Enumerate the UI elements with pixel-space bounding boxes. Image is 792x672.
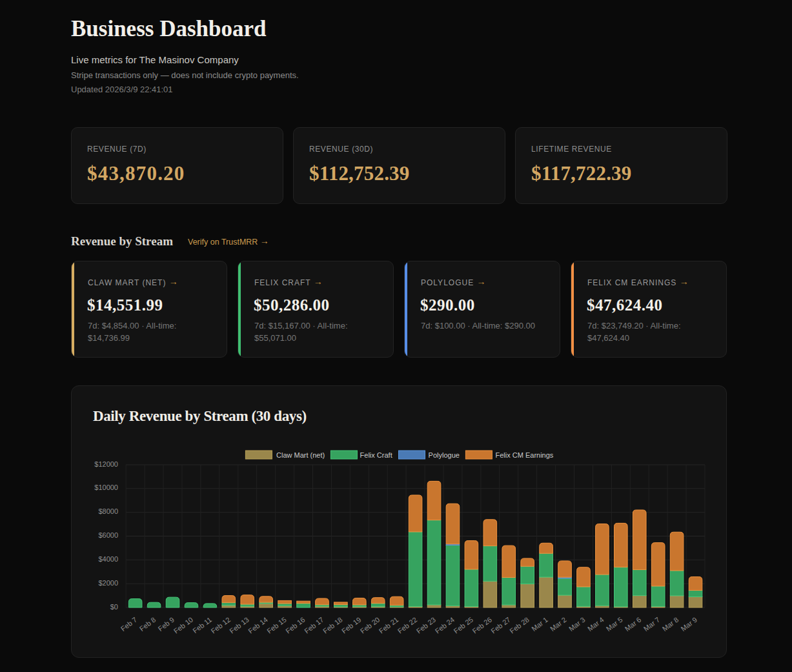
svg-text:Mar 3: Mar 3 [567, 616, 587, 633]
svg-text:$0: $0 [110, 603, 118, 611]
svg-text:$4000: $4000 [98, 555, 118, 563]
svg-text:Feb 7: Feb 7 [119, 616, 139, 633]
svg-text:Feb 18: Feb 18 [321, 616, 344, 635]
svg-text:Feb 12: Feb 12 [209, 616, 232, 635]
svg-text:Felix Craft: Felix Craft [360, 451, 392, 459]
svg-text:$2000: $2000 [98, 579, 118, 587]
svg-text:Feb 28: Feb 28 [508, 616, 531, 635]
svg-text:Mar 9: Mar 9 [680, 616, 699, 633]
svg-text:Mar 2: Mar 2 [549, 616, 568, 633]
svg-text:Feb 17: Feb 17 [303, 616, 325, 635]
svg-text:Feb 25: Feb 25 [452, 616, 475, 635]
svg-text:Feb 20: Feb 20 [359, 616, 381, 635]
svg-text:Felix CM Earnings: Felix CM Earnings [496, 451, 554, 459]
svg-text:$10000: $10000 [94, 484, 118, 491]
svg-text:Feb 26: Feb 26 [471, 616, 493, 635]
svg-text:Polylogue: Polylogue [429, 451, 460, 459]
svg-text:Mar 6: Mar 6 [624, 616, 643, 633]
svg-text:Feb 27: Feb 27 [489, 616, 512, 635]
svg-text:Feb 24: Feb 24 [434, 616, 456, 635]
svg-text:Mar 7: Mar 7 [642, 616, 662, 633]
svg-text:Feb 15: Feb 15 [265, 616, 288, 635]
svg-text:Claw Mart (net): Claw Mart (net) [276, 451, 325, 459]
svg-text:Feb 16: Feb 16 [284, 616, 307, 635]
svg-text:Feb 14: Feb 14 [247, 616, 269, 635]
svg-text:Feb 8: Feb 8 [138, 616, 157, 633]
svg-text:$12000: $12000 [94, 460, 118, 468]
svg-text:$6000: $6000 [98, 531, 118, 539]
svg-text:Mar 5: Mar 5 [605, 616, 624, 633]
svg-text:Feb 21: Feb 21 [378, 616, 400, 635]
svg-text:Feb 23: Feb 23 [415, 616, 438, 635]
svg-text:Feb 22: Feb 22 [396, 616, 419, 635]
svg-text:Mar 1: Mar 1 [530, 616, 549, 633]
svg-text:Feb 19: Feb 19 [340, 616, 363, 635]
svg-text:Mar 8: Mar 8 [661, 616, 680, 633]
svg-text:Feb 13: Feb 13 [228, 616, 250, 635]
svg-text:$8000: $8000 [98, 507, 118, 515]
svg-text:Feb 10: Feb 10 [172, 616, 195, 635]
svg-text:Mar 4: Mar 4 [586, 616, 605, 633]
svg-text:Feb 11: Feb 11 [191, 616, 213, 635]
